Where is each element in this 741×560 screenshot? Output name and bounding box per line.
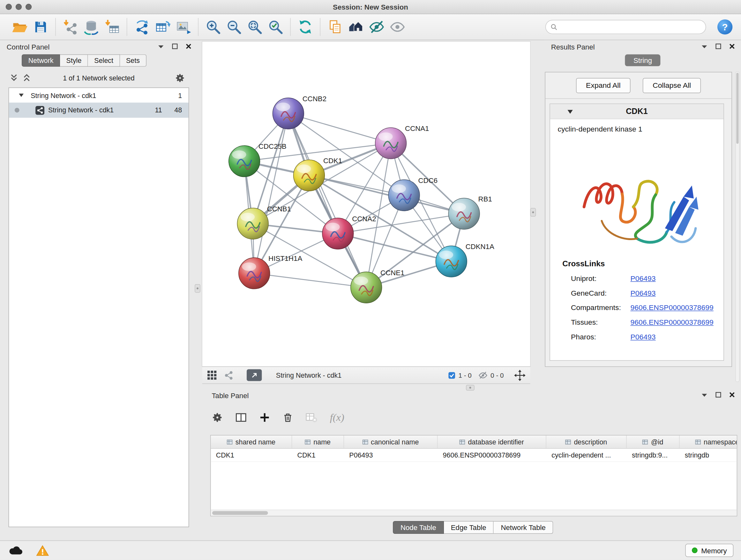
- search-field[interactable]: [545, 20, 706, 34]
- warning-icon[interactable]: [36, 545, 49, 557]
- edge-CCNB2-HIST1H1A[interactable]: [254, 113, 288, 273]
- splitter-handle-right[interactable]: [530, 208, 536, 217]
- table-horizontal-scrollbar[interactable]: [211, 509, 737, 516]
- tab-string[interactable]: String: [625, 54, 660, 66]
- edge-CCNB2-CCNA1[interactable]: [288, 113, 391, 143]
- table-cell[interactable]: 9606.ENSP00000378699: [437, 449, 546, 461]
- hidden-eye-slash-icon[interactable]: [478, 371, 488, 380]
- network-options-gear-icon[interactable]: [175, 73, 185, 83]
- crosslink-link[interactable]: 9606.ENSP00000378699: [630, 318, 713, 327]
- show-all-button[interactable]: [387, 17, 408, 37]
- panel-maximize-icon[interactable]: [715, 391, 722, 398]
- node-CCNB1[interactable]: [237, 208, 268, 240]
- collapse-all-tree-icon[interactable]: [10, 74, 17, 82]
- node-CCNB2[interactable]: [273, 98, 304, 129]
- panel-maximize-icon[interactable]: [172, 43, 179, 50]
- splitter-handle-left[interactable]: [195, 284, 200, 293]
- tree-expand-icon[interactable]: [18, 93, 24, 98]
- zoom-selected-button[interactable]: [265, 17, 286, 37]
- column-header-@id[interactable]: @id: [627, 435, 680, 448]
- hide-selected-button[interactable]: [366, 17, 387, 37]
- help-button[interactable]: ?: [718, 19, 732, 35]
- results-scrollbar[interactable]: [735, 71, 739, 382]
- show-columns-icon[interactable]: [235, 412, 247, 423]
- selected-checkbox-icon[interactable]: [448, 371, 456, 379]
- panel-float-icon[interactable]: [701, 392, 708, 398]
- tab-node-table[interactable]: Node Table: [393, 521, 444, 534]
- panel-float-icon[interactable]: [701, 43, 708, 49]
- column-header-shared-name[interactable]: shared name: [211, 435, 292, 448]
- column-header-canonical-name[interactable]: canonical name: [344, 435, 437, 448]
- table-cell[interactable]: stringdb:9...: [627, 449, 680, 461]
- edge-HIST1H1A-CCNE1[interactable]: [254, 273, 366, 287]
- open-in-new-window-button[interactable]: [247, 369, 262, 381]
- duplicate-document-button[interactable]: [325, 17, 345, 37]
- crosslink-link[interactable]: P06493: [630, 289, 656, 297]
- protein-section-header[interactable]: CDK1: [550, 104, 724, 119]
- network-collection-row[interactable]: String Network - cdk1 1: [9, 88, 189, 103]
- zoom-fit-button[interactable]: [245, 17, 265, 37]
- cloud-icon[interactable]: [9, 545, 23, 556]
- search-input[interactable]: [560, 23, 701, 31]
- table-cell[interactable]: CDK1: [211, 449, 292, 461]
- open-file-button[interactable]: [10, 17, 30, 37]
- node-RB1[interactable]: [448, 198, 480, 229]
- tab-select[interactable]: Select: [88, 54, 120, 67]
- add-column-icon[interactable]: [259, 412, 271, 423]
- delete-column-trash-icon[interactable]: [283, 412, 293, 423]
- zoom-out-button[interactable]: [223, 17, 244, 37]
- node-CDC25B[interactable]: [229, 145, 260, 177]
- panel-close-icon[interactable]: [185, 43, 192, 50]
- save-session-button[interactable]: [30, 17, 51, 37]
- tab-network-table[interactable]: Network Table: [494, 521, 553, 534]
- node-CCNA1[interactable]: [375, 128, 407, 159]
- tab-style[interactable]: Style: [60, 54, 88, 67]
- crosslink-link[interactable]: P06493: [630, 274, 656, 283]
- neighborhood-button[interactable]: [346, 17, 366, 37]
- import-network-file-button[interactable]: [60, 17, 81, 37]
- table-cell[interactable]: CDK1: [292, 449, 344, 461]
- share-network-icon[interactable]: [224, 370, 233, 380]
- expand-all-tree-icon[interactable]: [23, 74, 30, 82]
- panel-close-icon[interactable]: [729, 43, 736, 50]
- column-header-namespace[interactable]: namespace: [679, 435, 737, 448]
- table-row[interactable]: CDK1CDK1P064939606.ENSP00000378699cyclin…: [211, 449, 737, 462]
- node-CCNE1[interactable]: [351, 272, 382, 303]
- tab-edge-table[interactable]: Edge Table: [444, 521, 494, 534]
- export-image-button[interactable]: [173, 17, 194, 37]
- panel-float-icon[interactable]: [157, 43, 164, 49]
- export-network-button[interactable]: [131, 17, 152, 37]
- table-settings-gear-icon[interactable]: [212, 412, 223, 423]
- birdseye-grid-icon[interactable]: [207, 370, 218, 381]
- expand-all-button[interactable]: Expand All: [576, 78, 630, 93]
- export-table-button[interactable]: [152, 17, 173, 37]
- tab-network[interactable]: Network: [22, 54, 60, 67]
- zoom-in-button[interactable]: [203, 17, 223, 37]
- pan-crosshair-icon[interactable]: [514, 369, 526, 381]
- table-cell[interactable]: stringdb: [679, 449, 737, 461]
- network-graph[interactable]: CCNB2CCNA1CDC25BCDK1CDC6RB1CCNB1CCNA2CDK…: [202, 42, 530, 366]
- import-network-database-button[interactable]: [81, 17, 102, 37]
- column-header-name[interactable]: name: [292, 435, 344, 448]
- column-header-description[interactable]: description: [546, 435, 627, 448]
- table-cell[interactable]: cyclin-dependent ...: [546, 449, 627, 461]
- column-header-database-identifier[interactable]: database identifier: [437, 435, 546, 448]
- apply-layout-button[interactable]: [295, 17, 316, 37]
- crosslink-link[interactable]: P06493: [630, 333, 656, 341]
- node-CDK1[interactable]: [293, 160, 325, 191]
- table-cell[interactable]: P06493: [344, 449, 437, 461]
- node-CDC6[interactable]: [388, 180, 420, 211]
- memory-button[interactable]: Memory: [685, 544, 733, 557]
- splitter-handle-bottom[interactable]: [466, 385, 475, 390]
- panel-maximize-icon[interactable]: [715, 43, 722, 50]
- section-collapse-icon[interactable]: [567, 109, 573, 114]
- node-CDKN1A[interactable]: [435, 246, 467, 277]
- tab-sets[interactable]: Sets: [120, 54, 146, 67]
- panel-close-icon[interactable]: [729, 391, 736, 398]
- import-table-button[interactable]: [102, 17, 122, 37]
- network-row-selected[interactable]: String Network - cdk1 11 48: [9, 103, 189, 118]
- network-view-canvas[interactable]: CCNB2CCNA1CDC25BCDK1CDC6RB1CCNB1CCNA2CDK…: [202, 42, 530, 366]
- crosslink-link[interactable]: 9606.ENSP00000378699: [630, 303, 713, 312]
- node-CCNA2[interactable]: [322, 218, 354, 249]
- collapse-all-button[interactable]: Collapse All: [643, 78, 701, 93]
